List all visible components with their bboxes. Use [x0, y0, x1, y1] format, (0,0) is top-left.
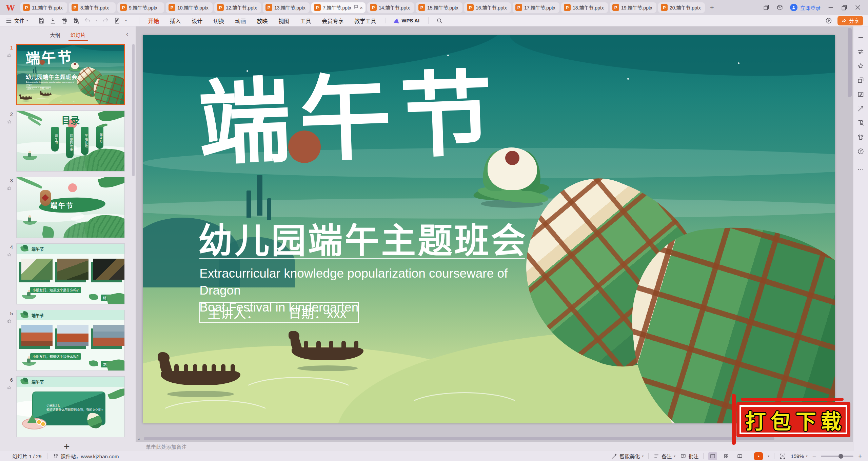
slide-thumbnail-1[interactable]: 端午节 幼儿园端午主题班会 Extracurricular knowledge … — [16, 44, 125, 105]
shapes-icon[interactable] — [857, 77, 864, 84]
new-tab-button[interactable]: + — [707, 4, 717, 12]
document-tab[interactable]: P16.端午节.pptx — [464, 2, 511, 13]
zoom-level[interactable]: 159%▾ — [791, 453, 807, 459]
slide-star-icon[interactable] — [7, 319, 12, 325]
wps-ai-button[interactable]: WPS AI — [386, 18, 419, 23]
notes-area[interactable]: 单击此处添加备注 — [136, 442, 853, 451]
login-button[interactable]: 立即登录 — [790, 4, 821, 11]
menu-teaching[interactable]: 教学工具 — [354, 17, 376, 25]
menu-insert[interactable]: 插入 — [170, 17, 181, 25]
play-slideshow-button[interactable] — [754, 452, 763, 460]
help-icon[interactable] — [857, 148, 864, 155]
beautify-wand-icon[interactable] — [857, 105, 864, 112]
slide-calligraphy-title[interactable]: 端午节 — [196, 39, 504, 183]
zoom-in-button[interactable]: + — [858, 453, 862, 459]
share-button[interactable]: 分享 — [837, 16, 863, 25]
document-tab[interactable]: P20.端午节.pptx — [658, 2, 705, 13]
file-menu[interactable]: 文件 ▾ — [0, 17, 32, 24]
save-icon[interactable] — [38, 17, 45, 24]
search-book-icon[interactable] — [857, 119, 864, 126]
horizontal-scrollbar-thumb[interactable] — [144, 437, 774, 440]
normal-view-button[interactable] — [708, 452, 717, 460]
document-tab[interactable]: P11.端午节.pptx — [20, 2, 67, 13]
slide-thumbnail-5[interactable]: 端午节 小朋友们，知道这个是什么吗? 龙舟 — [16, 310, 125, 371]
menu-tools[interactable]: 工具 — [300, 17, 311, 25]
notes-button[interactable]: 备注▾ — [653, 453, 675, 460]
star-icon[interactable] — [857, 62, 864, 69]
search-button[interactable] — [428, 17, 443, 24]
document-tab[interactable]: P8.端午节.pptx — [69, 2, 116, 13]
redo-icon[interactable] — [102, 17, 109, 24]
slides-tab[interactable]: 幻灯片 — [70, 30, 86, 40]
document-tab[interactable]: P10.端午节.pptx — [166, 2, 213, 13]
comments-button[interactable]: 批注 — [680, 453, 698, 460]
slide-thumbnail-3[interactable]: 端午节 — [16, 177, 125, 238]
print-preview-icon[interactable] — [73, 17, 79, 24]
fit-slide-icon[interactable] — [779, 453, 786, 460]
undo-icon[interactable] — [84, 17, 91, 24]
scroll-left-arrow[interactable]: ◂ — [138, 437, 140, 441]
slide-thumbnail-6[interactable]: 端午节 小朋友们， 知道这是什么节日吃的食物，有的文化呢? — [16, 376, 125, 437]
undo-chevron-icon[interactable]: ▾ — [96, 19, 97, 22]
tab-close-icon[interactable]: × — [360, 5, 363, 11]
document-tab[interactable]: P17.端午节.pptx — [513, 2, 559, 13]
slide-title[interactable]: 幼儿园端午主题班会 — [198, 213, 528, 263]
close-icon[interactable] — [854, 4, 861, 11]
site-link[interactable]: 课件站，www.kjzhan.com — [53, 453, 119, 460]
cloud-upload-icon[interactable] — [825, 17, 832, 24]
menu-transition[interactable]: 切换 — [213, 17, 224, 25]
more-icon[interactable] — [857, 166, 864, 173]
slide-star-icon[interactable] — [7, 385, 12, 392]
theme-shirt-icon[interactable] — [857, 134, 864, 141]
app-center-icon[interactable] — [776, 4, 783, 11]
reading-view-button[interactable] — [735, 452, 744, 460]
collapse-panel-icon[interactable]: ‹ — [126, 31, 128, 38]
zoom-slider-knob[interactable] — [839, 454, 843, 459]
collapse-toolbar-icon[interactable] — [857, 34, 864, 41]
slide-sorter-view-button[interactable] — [722, 452, 731, 460]
tab-chat-icon[interactable] — [354, 4, 358, 11]
zoom-slider[interactable] — [821, 456, 853, 457]
menu-animation[interactable]: 动画 — [235, 17, 246, 25]
document-tab[interactable]: P18.端午节.pptx — [561, 2, 608, 13]
slide-star-icon[interactable] — [7, 186, 12, 192]
print-icon[interactable] — [61, 17, 68, 24]
export-icon[interactable] — [50, 17, 56, 24]
document-tab[interactable]: P13.端午节.pptx — [263, 2, 310, 13]
play-options-chevron[interactable]: ▾ — [768, 455, 769, 458]
adjust-sliders-icon[interactable] — [857, 48, 864, 55]
slide-thumbnail-2[interactable]: 目录 端午节 屈原的故事 学唱儿歌 做龙舟 — [16, 111, 125, 172]
document-tab-active[interactable]: P 7.端午节.pptx × — [311, 2, 366, 13]
vertical-scrollbar-thumb[interactable] — [848, 28, 852, 97]
current-slide[interactable]: 端午节 幼儿园端午主题班会 Extracurricular knowledge … — [143, 35, 835, 423]
download-stamp[interactable]: 打包下载 — [736, 402, 850, 437]
slide-star-icon[interactable] — [7, 119, 12, 126]
document-tab[interactable]: P15.端午节.pptx — [416, 2, 462, 13]
wps-logo[interactable]: W — [5, 2, 16, 13]
vertical-scrollbar[interactable] — [848, 27, 852, 434]
speaker-date-box[interactable]: 主讲人： 日期：xxx — [199, 302, 359, 323]
add-slide-button[interactable]: + — [64, 441, 70, 451]
restore-icon[interactable] — [841, 4, 848, 11]
document-tab[interactable]: P9.端午节.pptx — [117, 2, 164, 13]
menu-slideshow[interactable]: 放映 — [257, 17, 268, 25]
slide-thumbnail-4[interactable]: 端午节 小朋友们，知道这个是什么吗? 粽子 — [16, 243, 125, 304]
panel-scrollbar[interactable] — [132, 44, 135, 176]
menu-member[interactable]: 会员专享 — [322, 17, 343, 25]
smart-beautify-button[interactable]: 智能美化▾ — [611, 453, 644, 460]
slide-star-icon[interactable] — [7, 252, 12, 259]
design-icon[interactable] — [857, 91, 864, 98]
tabs-list-icon[interactable] — [763, 4, 770, 11]
minimize-icon[interactable] — [827, 4, 834, 11]
menu-design[interactable]: 设计 — [192, 17, 202, 25]
document-tab[interactable]: P12.端午节.pptx — [214, 2, 261, 13]
zoom-out-button[interactable]: − — [812, 453, 816, 459]
slide-star-icon[interactable] — [7, 53, 12, 59]
format-chevron-icon[interactable]: ▾ — [125, 19, 127, 22]
outline-tab[interactable]: 大纲 — [49, 30, 61, 40]
document-tab[interactable]: P19.端午节.pptx — [610, 2, 656, 13]
menu-home[interactable]: 开始 — [148, 17, 159, 25]
format-painter-icon[interactable] — [114, 17, 120, 24]
document-tab[interactable]: P14.端午节.pptx — [367, 2, 414, 13]
menu-view[interactable]: 视图 — [278, 17, 289, 25]
